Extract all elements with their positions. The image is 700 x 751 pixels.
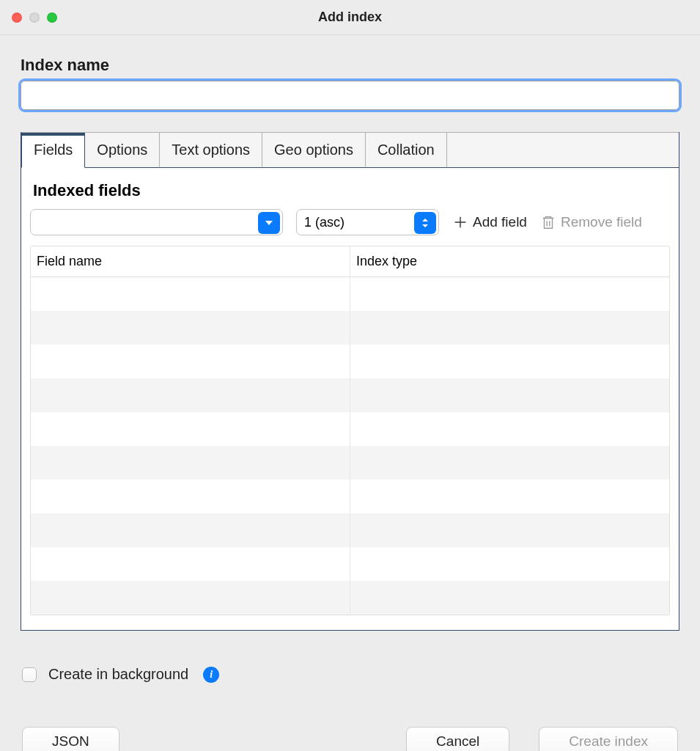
tab-options[interactable]: Options: [85, 133, 160, 168]
add-field-button[interactable]: Add field: [452, 214, 527, 230]
indexed-fields-table: Field name Index type: [30, 246, 670, 615]
create-index-button: Create index: [539, 727, 678, 751]
column-index-type: Index type: [350, 246, 669, 276]
window-title: Add index: [0, 10, 700, 25]
trash-icon: [540, 214, 556, 230]
remove-field-label: Remove field: [561, 214, 642, 230]
index-name-label: Index name: [21, 56, 679, 75]
sort-order-combobox[interactable]: 1 (asc): [296, 209, 439, 235]
cancel-button[interactable]: Cancel: [406, 727, 509, 751]
column-field-name: Field name: [31, 246, 350, 276]
title-bar: Add index: [0, 0, 700, 35]
minimize-window-icon: [29, 12, 40, 23]
window-controls: [12, 12, 57, 23]
sort-order-combobox-value: 1 (asc): [304, 215, 345, 230]
add-field-label: Add field: [473, 214, 527, 230]
tab-text-options[interactable]: Text options: [160, 133, 262, 168]
indexed-fields-heading: Indexed fields: [33, 181, 670, 200]
create-in-background-label: Create in background: [48, 666, 188, 683]
index-name-input[interactable]: [21, 81, 679, 110]
create-in-background-checkbox[interactable]: [22, 667, 37, 682]
maximize-window-icon[interactable]: [47, 12, 57, 23]
field-name-combobox[interactable]: [30, 209, 283, 235]
info-icon[interactable]: i: [203, 667, 219, 683]
tabs-header: Fields Options Text options Geo options …: [21, 132, 679, 168]
plus-icon: [452, 214, 468, 230]
chevron-down-icon: [258, 212, 280, 234]
tab-geo-options[interactable]: Geo options: [262, 133, 366, 168]
remove-field-button: Remove field: [540, 214, 642, 230]
json-button[interactable]: JSON: [22, 727, 119, 751]
stepper-chevrons-icon: [414, 212, 436, 234]
tab-fields[interactable]: Fields: [21, 133, 85, 168]
tab-content-fields: Indexed fields 1 (asc): [21, 168, 679, 630]
tab-collation[interactable]: Collation: [366, 133, 447, 168]
close-window-icon[interactable]: [12, 12, 22, 23]
